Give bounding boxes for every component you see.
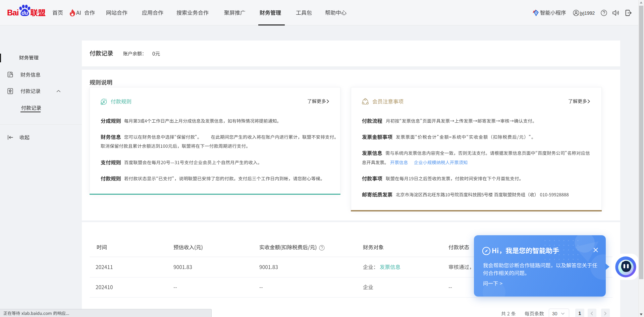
svg-text:du: du — [21, 10, 28, 16]
